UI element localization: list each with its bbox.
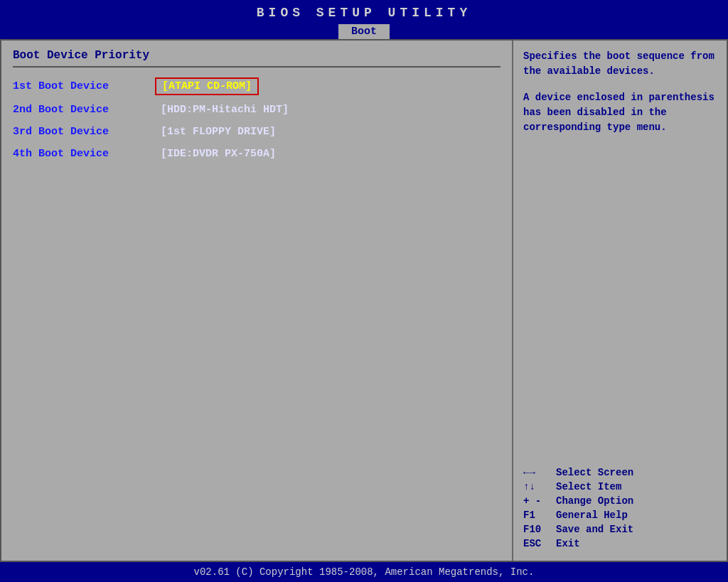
boot-device-value[interactable]: [1st FLOPPY DRIVE] xyxy=(155,124,282,139)
help-paragraph: Specifies the boot sequence from the ava… xyxy=(523,49,717,79)
boot-device-value[interactable]: [IDE:DVDR PX-750A] xyxy=(155,146,282,161)
right-panel: Specifies the boot sequence from the ava… xyxy=(513,41,727,561)
section-title: Boot Device Priority xyxy=(13,49,500,68)
key-symbol: + - xyxy=(523,495,556,507)
keybindings: ←→Select Screen↑↓Select Item+ -Change Op… xyxy=(523,461,717,552)
boot-device-row[interactable]: 4th Boot Device[IDE:DVDR PX-750A] xyxy=(13,146,500,161)
key-binding-row: ←→Select Screen xyxy=(523,467,717,478)
key-description: Exit xyxy=(556,538,580,549)
header: BIOS SETUP UTILITY Boot xyxy=(0,0,728,39)
key-binding-row: F10Save and Exit xyxy=(523,524,717,535)
key-binding-row: ESCExit xyxy=(523,538,717,549)
main-content: Boot Device Priority 1st Boot Device[ATA… xyxy=(0,39,728,562)
boot-device-label: 3rd Boot Device xyxy=(13,126,155,138)
boot-device-label: 2nd Boot Device xyxy=(13,104,155,116)
key-description: Select Item xyxy=(556,481,621,492)
bios-title: BIOS SETUP UTILITY xyxy=(0,3,728,23)
key-binding-row: ↑↓Select Item xyxy=(523,481,717,492)
key-symbol: ↑↓ xyxy=(523,481,556,492)
key-binding-row: + -Change Option xyxy=(523,495,717,507)
boot-device-row[interactable]: 2nd Boot Device[HDD:PM-Hitachi HDT] xyxy=(13,102,500,117)
key-description: Change Option xyxy=(556,495,633,507)
key-binding-row: F1General Help xyxy=(523,510,717,521)
key-symbol: ESC xyxy=(523,538,556,549)
boot-device-value[interactable]: [ATAPI CD-ROM] xyxy=(155,77,259,95)
footer: v02.61 (C) Copyright 1985-2008, American… xyxy=(0,562,728,582)
left-panel: Boot Device Priority 1st Boot Device[ATA… xyxy=(1,41,513,561)
help-text: Specifies the boot sequence from the ava… xyxy=(523,49,717,146)
key-description: General Help xyxy=(556,510,628,521)
key-symbol: F1 xyxy=(523,510,556,521)
boot-device-row[interactable]: 3rd Boot Device[1st FLOPPY DRIVE] xyxy=(13,124,500,139)
boot-items-list: 1st Boot Device[ATAPI CD-ROM]2nd Boot De… xyxy=(13,77,500,161)
key-description: Save and Exit xyxy=(556,524,633,535)
boot-device-value[interactable]: [HDD:PM-Hitachi HDT] xyxy=(155,102,294,117)
help-paragraph: A device enclosed in parenthesis has bee… xyxy=(523,90,717,135)
boot-device-label: 1st Boot Device xyxy=(13,80,155,92)
boot-device-label: 4th Boot Device xyxy=(13,148,155,160)
key-description: Select Screen xyxy=(556,467,633,478)
active-tab[interactable]: Boot xyxy=(338,24,390,39)
bios-screen: BIOS SETUP UTILITY Boot Boot Device Prio… xyxy=(0,0,728,582)
key-symbol: F10 xyxy=(523,524,556,535)
boot-device-row[interactable]: 1st Boot Device[ATAPI CD-ROM] xyxy=(13,77,500,95)
key-symbol: ←→ xyxy=(523,467,556,478)
